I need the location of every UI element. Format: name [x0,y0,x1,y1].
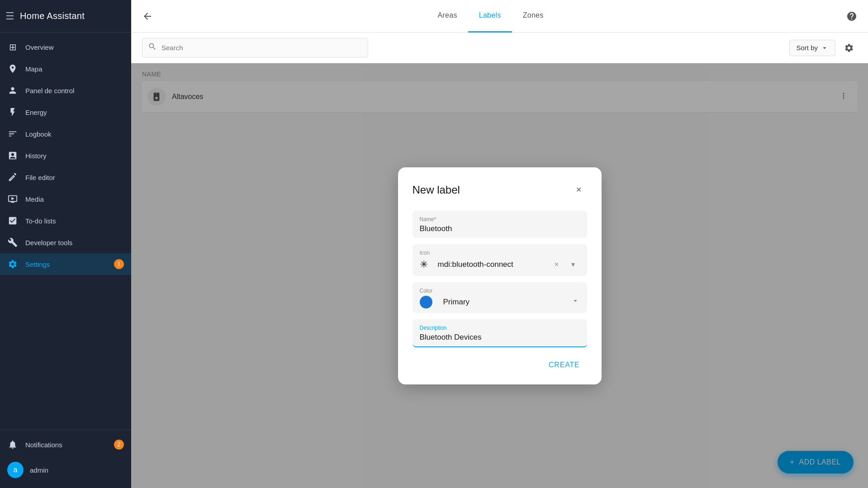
user-avatar: a [7,462,24,478]
new-label-dialog: New label × Name* Icon ✳ mdi:bluetooth-c… [398,167,602,384]
todo-icon [7,215,18,226]
sidebar-label-developer: Developer tools [25,239,72,246]
color-dot [420,296,432,308]
create-button[interactable]: CREATE [541,356,587,374]
help-button[interactable] [843,7,861,25]
icon-label: Icon [420,250,580,256]
icon-value: mdi:bluetooth-connect [438,260,513,269]
sidebar-label-panel: Panel de control [25,87,74,95]
color-label: Color [420,288,580,294]
sidebar-bottom: Notifications 2 a admin [0,430,131,488]
menu-icon[interactable]: ☰ [5,10,14,22]
sort-by-button[interactable]: Sort by [789,40,835,56]
description-field: Description [413,319,587,347]
name-field: Name* [413,211,587,238]
sidebar-item-logbook[interactable]: Logbook [0,123,131,145]
dialog-close-button[interactable]: × [571,182,587,198]
sidebar-label-overview: Overview [25,43,54,51]
name-label: Name* [420,216,580,223]
sidebar-label-energy: Energy [25,109,47,116]
icon-dropdown-button[interactable]: ▾ [566,258,580,271]
sidebar-item-energy[interactable]: Energy [0,101,131,123]
notifications-badge: 2 [114,440,124,450]
panel-icon [7,85,18,96]
history-icon [7,150,18,161]
sidebar-item-todo[interactable]: To-do lists [0,210,131,232]
color-value: Primary [443,298,470,306]
main-content: Areas Labels Zones Sort by Nam [131,0,868,488]
modal-overlay: New label × Name* Icon ✳ mdi:bluetooth-c… [131,63,868,488]
sidebar-label-todo: To-do lists [25,217,56,225]
sidebar-label-history: History [25,152,47,160]
sidebar-header: ☰ Home Assistant [0,0,131,33]
icon-field: Icon ✳ mdi:bluetooth-connect × ▾ [413,244,587,276]
sidebar-item-mapa[interactable]: Mapa [0,58,131,80]
energy-icon [7,107,18,118]
search-input[interactable] [161,44,362,52]
search-icon [148,42,157,53]
list-settings-button[interactable] [841,40,857,56]
color-field-inner: Primary [420,296,580,308]
icon-actions: × ▾ [550,258,580,271]
sidebar-user[interactable]: a admin [0,455,131,484]
notifications-icon [7,439,18,450]
sidebar: ☰ Home Assistant ⊞ Overview Mapa Panel d… [0,0,131,488]
tab-zones[interactable]: Zones [512,0,555,33]
back-button[interactable] [138,7,157,25]
nav-tabs: Areas Labels Zones [160,0,821,33]
tab-areas[interactable]: Areas [427,0,468,33]
sidebar-item-notifications[interactable]: Notifications 2 [0,434,131,455]
name-input[interactable] [420,224,580,233]
sidebar-item-media[interactable]: Media [0,188,131,210]
sidebar-label-mapa: Mapa [25,65,43,73]
app-title: Home Assistant [20,11,85,21]
overview-icon: ⊞ [7,42,18,52]
sidebar-label-media: Media [25,195,44,203]
icon-field-inner: ✳ mdi:bluetooth-connect × ▾ [420,258,580,271]
user-name: admin [30,466,48,474]
description-input[interactable] [420,333,580,346]
search-box [142,38,368,57]
dialog-footer: CREATE [413,356,587,374]
sort-by-label: Sort by [796,44,818,52]
sidebar-item-file-editor[interactable]: File editor [0,166,131,188]
sidebar-label-logbook: Logbook [25,130,52,138]
top-nav: Areas Labels Zones [131,0,868,33]
settings-badge: 1 [114,259,124,269]
file-editor-icon [7,172,18,183]
sidebar-nav: ⊞ Overview Mapa Panel de control Energy [0,33,131,430]
logbook-icon [7,128,18,139]
icon-clear-button[interactable]: × [550,258,564,271]
description-label: Description [420,325,580,331]
sidebar-item-settings[interactable]: Settings 1 [0,253,131,275]
settings-icon [7,259,18,270]
content-area: Name Altavoces New label × [131,63,868,488]
sidebar-label-notifications: Notifications [25,441,62,449]
sidebar-item-history[interactable]: History [0,145,131,166]
toolbar: Sort by [131,33,868,63]
sidebar-label-file-editor: File editor [25,174,55,181]
sidebar-item-developer[interactable]: Developer tools [0,232,131,253]
nav-right [843,7,861,25]
developer-icon [7,237,18,248]
tab-labels[interactable]: Labels [468,0,512,33]
mapa-icon [7,63,18,74]
sidebar-item-overview[interactable]: ⊞ Overview [0,36,131,58]
color-dropdown-button[interactable] [571,296,580,308]
color-field: Color Primary [413,282,587,313]
media-icon [7,194,18,204]
sidebar-label-settings: Settings [25,261,50,268]
icon-preview: ✳ [420,259,428,270]
dialog-title: New label [413,184,460,196]
dialog-header: New label × [413,182,587,198]
sidebar-item-panel[interactable]: Panel de control [0,80,131,101]
